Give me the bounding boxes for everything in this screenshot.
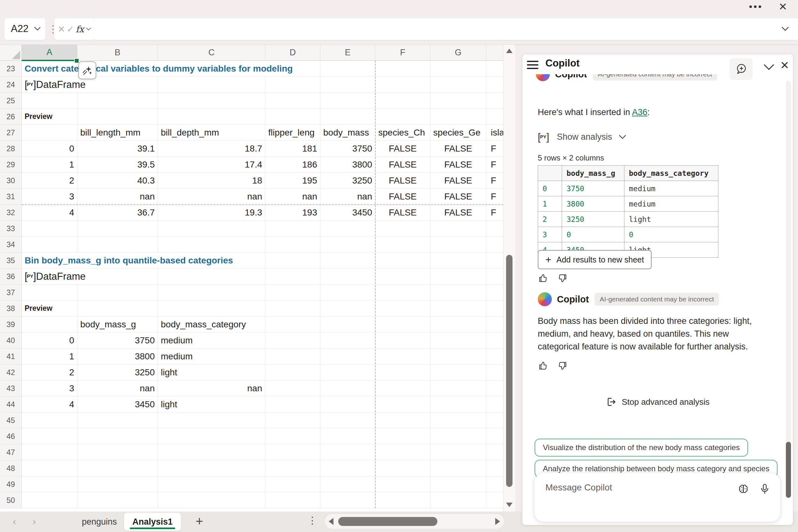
cell[interactable] bbox=[486, 252, 503, 269]
tabs-previous-icon[interactable]: ‹ bbox=[13, 516, 16, 527]
row-header-27[interactable]: 27 bbox=[0, 125, 22, 141]
pane-scroll-thumb[interactable] bbox=[786, 442, 791, 498]
cell[interactable]: isla bbox=[486, 125, 503, 141]
chevron-down-icon[interactable] bbox=[34, 26, 41, 31]
row-header-39[interactable]: 39 bbox=[0, 317, 22, 332]
name-box[interactable]: A22 bbox=[4, 18, 45, 40]
cell[interactable]: 4 bbox=[22, 205, 77, 221]
cell[interactable] bbox=[320, 380, 375, 396]
row-header-33[interactable]: 33 bbox=[0, 221, 22, 236]
row-header-23[interactable]: 23 bbox=[0, 61, 22, 77]
cell[interactable]: [PY]DataFrame bbox=[22, 269, 89, 285]
cell[interactable]: 36.7 bbox=[77, 205, 158, 221]
row-header-34[interactable]: 34 bbox=[0, 236, 22, 252]
cell[interactable] bbox=[158, 301, 265, 317]
cell[interactable]: 39.1 bbox=[77, 141, 158, 157]
cell[interactable] bbox=[22, 93, 77, 109]
cell[interactable] bbox=[375, 332, 430, 348]
cell[interactable] bbox=[430, 429, 486, 444]
cell[interactable]: FALSE bbox=[375, 189, 430, 205]
cell[interactable]: F bbox=[486, 173, 503, 189]
cell[interactable] bbox=[430, 77, 486, 93]
cell[interactable] bbox=[486, 492, 503, 508]
cell[interactable] bbox=[375, 380, 430, 396]
cell[interactable] bbox=[320, 476, 375, 492]
cell[interactable]: FALSE bbox=[430, 173, 486, 189]
cell[interactable] bbox=[265, 429, 320, 444]
chevron-down-icon[interactable] bbox=[781, 26, 789, 31]
cell[interactable] bbox=[375, 252, 430, 269]
cell[interactable]: body_mass_category bbox=[158, 317, 265, 332]
cell[interactable]: body_mass_g bbox=[77, 317, 158, 332]
cell[interactable]: FALSE bbox=[375, 141, 430, 157]
row-header-24[interactable]: 24 bbox=[0, 77, 22, 93]
cell[interactable] bbox=[265, 221, 320, 236]
cell[interactable]: 3 bbox=[22, 380, 77, 396]
cell[interactable] bbox=[375, 93, 430, 109]
tabs-next-icon[interactable]: › bbox=[33, 516, 36, 527]
cell[interactable] bbox=[430, 252, 486, 269]
spreadsheet-grid[interactable]: ABCDEFG 23Convert categorical variables … bbox=[0, 45, 503, 512]
cell[interactable]: 3800 bbox=[320, 157, 375, 173]
cell[interactable]: species_Ch bbox=[375, 125, 430, 141]
cell[interactable] bbox=[265, 396, 320, 413]
cell[interactable]: species_Ge bbox=[430, 125, 486, 141]
cell[interactable] bbox=[320, 236, 375, 252]
cell[interactable] bbox=[375, 364, 430, 380]
suggestion-chip[interactable]: Visualize the distribution of the new bo… bbox=[535, 439, 748, 457]
cell[interactable] bbox=[77, 444, 158, 460]
cell[interactable]: Preview bbox=[22, 109, 77, 125]
cell[interactable] bbox=[22, 460, 77, 476]
cell[interactable]: 3250 bbox=[320, 173, 375, 189]
cell[interactable]: 3450 bbox=[77, 396, 158, 413]
cell[interactable] bbox=[430, 317, 486, 332]
show-analysis-toggle[interactable]: [PY] Show analysis bbox=[538, 131, 627, 143]
cell[interactable]: bill_depth_mm bbox=[158, 125, 265, 141]
thumbs-down-icon[interactable] bbox=[557, 361, 567, 371]
cell[interactable] bbox=[320, 61, 375, 77]
close-pane-icon[interactable]: ✕ bbox=[780, 59, 790, 72]
column-header-E[interactable]: E bbox=[320, 45, 375, 61]
scroll-up-icon[interactable] bbox=[506, 49, 513, 53]
row-header-28[interactable]: 28 bbox=[0, 141, 22, 157]
cell[interactable]: FALSE bbox=[430, 141, 486, 157]
cell[interactable] bbox=[430, 413, 486, 429]
cell[interactable] bbox=[486, 301, 503, 317]
row-header-32[interactable]: 32 bbox=[0, 205, 22, 221]
row-header-35[interactable]: 35 bbox=[0, 252, 22, 269]
cell[interactable] bbox=[430, 332, 486, 348]
cell[interactable]: FALSE bbox=[430, 157, 486, 173]
row-header-29[interactable]: 29 bbox=[0, 157, 22, 173]
row-header-44[interactable]: 44 bbox=[0, 396, 22, 413]
cell[interactable]: nan bbox=[320, 189, 375, 205]
cell[interactable]: FALSE bbox=[375, 173, 430, 189]
grid-horizontal-scrollbar[interactable] bbox=[325, 514, 504, 529]
cell[interactable] bbox=[22, 444, 77, 460]
cell[interactable] bbox=[265, 413, 320, 429]
cell[interactable]: 186 bbox=[265, 157, 320, 173]
cell[interactable]: 19.3 bbox=[158, 205, 265, 221]
cell[interactable] bbox=[430, 236, 486, 252]
cell[interactable] bbox=[430, 380, 486, 396]
stop-advanced-analysis-button[interactable]: Stop advanced analysis bbox=[522, 396, 793, 407]
row-header-47[interactable]: 47 bbox=[0, 444, 22, 460]
cell[interactable] bbox=[77, 285, 158, 301]
cell[interactable]: nan bbox=[265, 189, 320, 205]
cell[interactable] bbox=[486, 77, 503, 93]
cell[interactable] bbox=[265, 109, 320, 125]
cell[interactable] bbox=[22, 125, 77, 141]
row-header-45[interactable]: 45 bbox=[0, 413, 22, 429]
sheet-tab-analysis1[interactable]: Analysis1 bbox=[124, 513, 181, 531]
cell[interactable] bbox=[375, 413, 430, 429]
menu-icon[interactable] bbox=[527, 61, 538, 69]
cell[interactable]: 181 bbox=[265, 141, 320, 157]
cell[interactable] bbox=[265, 476, 320, 492]
cell[interactable]: F bbox=[486, 141, 503, 157]
cell[interactable] bbox=[77, 492, 158, 508]
cell[interactable] bbox=[486, 61, 503, 77]
cell[interactable] bbox=[375, 444, 430, 460]
row-header-37[interactable]: 37 bbox=[0, 285, 22, 301]
microphone-icon[interactable] bbox=[759, 483, 771, 495]
cell[interactable] bbox=[430, 109, 486, 125]
cell[interactable] bbox=[265, 332, 320, 348]
